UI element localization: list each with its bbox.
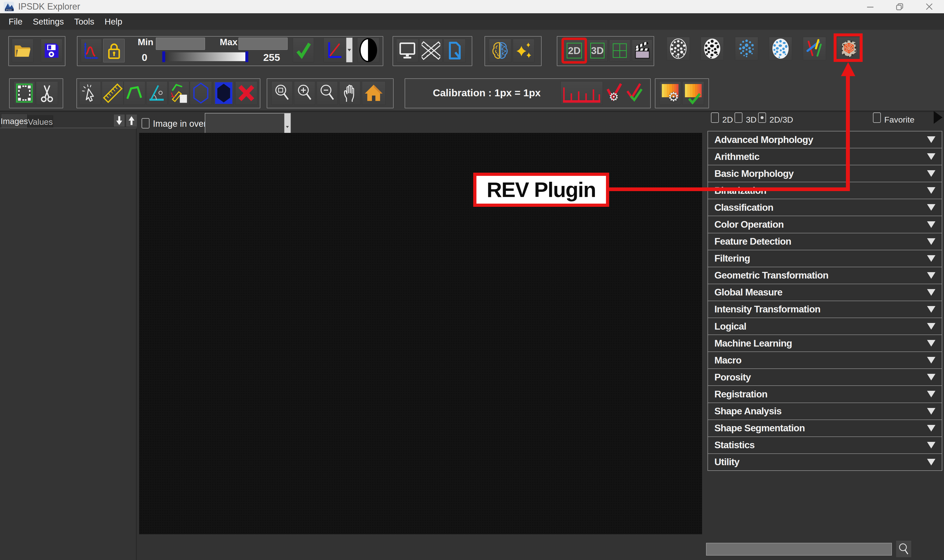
- filter-2d-checkbox[interactable]: [711, 112, 719, 123]
- calibration-ruler-button[interactable]: [560, 81, 603, 105]
- image-canvas[interactable]: [139, 133, 702, 534]
- blue-porosity-icon-button[interactable]: [769, 37, 792, 60]
- tab-values[interactable]: Values: [28, 115, 53, 128]
- split-view-button[interactable]: [609, 40, 630, 62]
- view-2d-button[interactable]: 2D: [563, 40, 585, 62]
- category-row[interactable]: Shape Segmentation: [708, 420, 942, 437]
- category-row[interactable]: Classification: [708, 199, 942, 216]
- category-row[interactable]: Porosity: [708, 369, 942, 386]
- app-logo-icon: IPSDK: [3, 2, 14, 12]
- apply-lut-button[interactable]: [293, 38, 314, 62]
- move-up-button[interactable]: [126, 114, 137, 127]
- category-row[interactable]: Advanced Morphology: [708, 131, 942, 148]
- close-button[interactable]: [918, 0, 940, 13]
- calibration-text: Calibration : 1px = 1px: [418, 87, 555, 99]
- view-3d-button[interactable]: 3D: [587, 40, 608, 62]
- min-input[interactable]: [156, 38, 205, 50]
- edit-document-button[interactable]: [443, 39, 466, 62]
- category-row[interactable]: Filtering: [708, 250, 942, 267]
- pan-hand-button[interactable]: [339, 81, 360, 105]
- category-label: Classification: [714, 202, 927, 213]
- fibers-icon-button[interactable]: [803, 37, 826, 60]
- range-max-value: 255: [258, 52, 285, 63]
- colormap-settings-button[interactable]: ⚙: [659, 81, 681, 105]
- min-label: Min: [136, 37, 155, 48]
- category-row[interactable]: Utility: [708, 454, 942, 470]
- max-input[interactable]: [239, 38, 288, 50]
- lut-slider-min-handle[interactable]: [162, 51, 165, 62]
- filter-2d3d-radio[interactable]: [758, 112, 766, 123]
- movie-clapper-button[interactable]: [632, 40, 652, 62]
- category-row[interactable]: Machine Learning: [708, 335, 942, 352]
- chevron-down-icon: [927, 289, 935, 296]
- crossed-rulers-button[interactable]: [420, 39, 443, 62]
- porosity-black-icon-button[interactable]: [700, 37, 724, 60]
- move-down-button[interactable]: [114, 114, 125, 127]
- menu-item[interactable]: Help: [100, 13, 128, 30]
- polygon-outline-button[interactable]: [190, 81, 212, 105]
- category-row[interactable]: Intensity Transformation: [708, 301, 942, 318]
- category-row[interactable]: Geometric Transformation: [708, 267, 942, 284]
- transfer-function-spinner[interactable]: [346, 38, 353, 62]
- image-in-overlay-checkbox[interactable]: [142, 118, 150, 128]
- category-row[interactable]: Registration: [708, 386, 942, 403]
- open-folder-button[interactable]: [12, 39, 34, 62]
- chevron-down-icon: [927, 442, 935, 449]
- blue-particles-icon-button[interactable]: [735, 37, 758, 60]
- category-row[interactable]: Feature Detection: [708, 233, 942, 250]
- toolbar: Min Max 0 255: [0, 30, 944, 111]
- porosity-outline-icon-button[interactable]: [667, 37, 690, 60]
- calibration-settings-button[interactable]: ⚙: [605, 81, 623, 105]
- menu-item[interactable]: Tools: [69, 13, 100, 30]
- cut-scissors-button[interactable]: [36, 81, 58, 105]
- category-row[interactable]: Macro: [708, 352, 942, 369]
- category-row[interactable]: Shape Analysis: [708, 403, 942, 420]
- histogram-button[interactable]: [81, 39, 102, 62]
- home-view-button[interactable]: [362, 81, 386, 105]
- category-row[interactable]: Color Operation: [708, 216, 942, 233]
- rect-selection-button[interactable]: [14, 81, 35, 105]
- invert-contrast-button[interactable]: [357, 38, 379, 62]
- lut-slider-max-handle[interactable]: [245, 51, 248, 62]
- colormap-apply-button[interactable]: [682, 81, 704, 105]
- lut-gradient-slider[interactable]: [162, 52, 248, 61]
- delete-measure-button[interactable]: [235, 81, 258, 105]
- menu-item[interactable]: Settings: [28, 13, 69, 30]
- angle-tool-button[interactable]: [146, 81, 167, 105]
- category-row[interactable]: Arithmetic: [708, 148, 942, 165]
- click-cursor-button[interactable]: [79, 81, 101, 105]
- search-input[interactable]: [706, 543, 892, 555]
- calibration-apply-button[interactable]: [625, 81, 643, 105]
- category-row[interactable]: Basic Morphology: [708, 165, 942, 182]
- category-label: Macro: [714, 355, 927, 366]
- tab-images[interactable]: Images: [1, 114, 28, 128]
- category-label: Feature Detection: [714, 236, 927, 247]
- category-label: Porosity: [714, 372, 927, 383]
- polygon-filled-button[interactable]: [213, 81, 234, 105]
- fullscreen-button[interactable]: [396, 39, 418, 62]
- ruler-tool-button[interactable]: [102, 81, 123, 105]
- gear-icon: ⚙: [609, 90, 619, 103]
- multi-measure-button[interactable]: [169, 81, 189, 105]
- minimize-button[interactable]: [859, 0, 881, 13]
- save-button[interactable]: [41, 39, 62, 62]
- brain-icon-button[interactable]: [489, 39, 511, 62]
- panel-expand-arrow-icon[interactable]: [934, 111, 942, 124]
- category-row[interactable]: Statistics: [708, 437, 942, 454]
- search-button[interactable]: [896, 540, 912, 557]
- rev-plugin-callout: REV Plugin: [473, 173, 609, 207]
- images-panel-body[interactable]: [0, 128, 137, 560]
- polyline-tool-button[interactable]: [123, 81, 145, 105]
- zoom-out-button[interactable]: [317, 81, 338, 105]
- category-row[interactable]: Global Measure: [708, 284, 942, 301]
- zoom-in-button[interactable]: [294, 81, 315, 105]
- lock-lut-button[interactable]: [103, 39, 125, 62]
- transfer-function-button[interactable]: [324, 38, 347, 62]
- zoom-region-button[interactable]: [271, 81, 293, 105]
- filter-3d-checkbox[interactable]: [734, 112, 742, 123]
- favorite-checkbox[interactable]: [873, 112, 881, 123]
- menu-item[interactable]: File: [3, 13, 28, 30]
- sparkles-icon-button[interactable]: [513, 39, 534, 62]
- restore-button[interactable]: [889, 0, 911, 13]
- category-row[interactable]: Logical: [708, 318, 942, 335]
